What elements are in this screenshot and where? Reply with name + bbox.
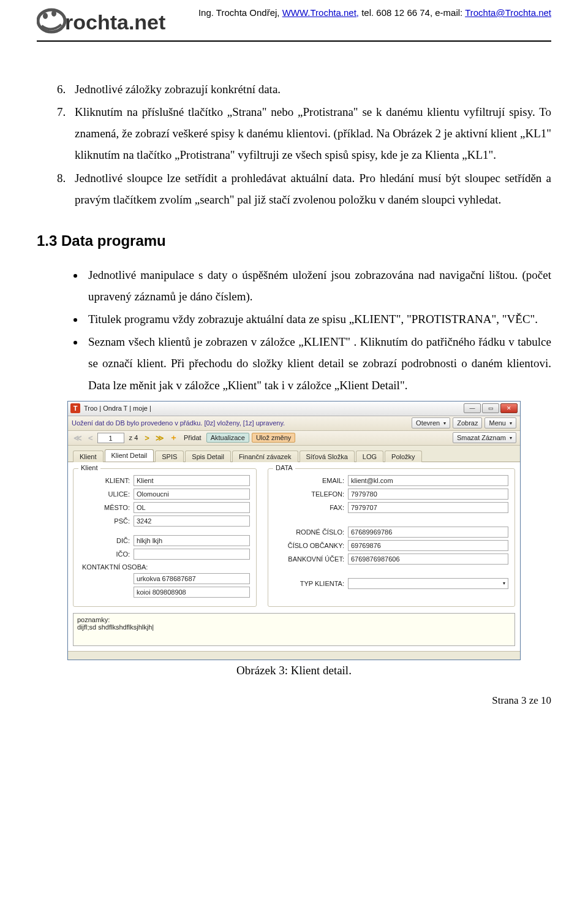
klient-label: KLIENT: — [80, 477, 134, 484]
page-header: rochta.net Ing. Trochta Ondřej, WWW.Troc… — [37, 0, 551, 42]
page-total: z 4 — [127, 434, 141, 441]
notes-label: poznamky: — [77, 616, 511, 623]
minimize-button[interactable]: — — [464, 403, 481, 413]
ulice-input[interactable]: Olomoucni — [134, 489, 250, 500]
bu-label: BANKOVNÍ ÚČET: — [274, 555, 348, 563]
tab-financni[interactable]: Finanční závazek — [232, 451, 298, 462]
kontakt-input-1[interactable]: urkokva 678687687 — [134, 573, 250, 584]
bu-input[interactable]: 6769876987606 — [348, 554, 508, 565]
fax-label: FAX: — [274, 504, 348, 511]
telefon-label: TELEFON: — [274, 490, 348, 498]
tab-spis[interactable]: SPIS — [155, 451, 184, 462]
menu-button[interactable]: Menu▾ — [484, 417, 516, 428]
notes-value: dijfl;sd shdflkshdflksjhlkjh| — [77, 623, 511, 631]
app-screenshot: T Troo | Ondra T | moje | — ▭ ✕ Uožení d… — [67, 401, 521, 660]
zobraz-button[interactable]: Zobraz — [453, 417, 482, 428]
email-input[interactable]: klient@kl.com — [348, 475, 508, 486]
list-item: Titulek programu vždy zobrazuje aktuální… — [85, 308, 551, 330]
fieldset-data: DATA EMAIL:klient@kl.com TELEFON:7979780… — [268, 468, 515, 607]
kontakt-input-2[interactable]: koioi 809808908 — [134, 587, 250, 598]
list-item: Kliknutím na příslušné tlačítko „Strana"… — [69, 101, 551, 166]
list-item: Jednotlivé manipulace s daty o úspěšném … — [85, 264, 551, 307]
klient-input[interactable]: Klient — [134, 475, 250, 486]
maximize-button[interactable]: ▭ — [482, 403, 499, 413]
dic-input[interactable]: hlkjh lkjh — [134, 535, 250, 546]
header-contact: Ing. Trochta Ondřej, WWW.Trochta.net, te… — [196, 5, 551, 18]
psc-input[interactable]: 3242 — [134, 516, 250, 527]
uloz-button[interactable]: Ulož změny — [252, 433, 295, 443]
window-titlebar: T Troo | Ondra T | moje | — ▭ ✕ — [68, 401, 520, 416]
ulice-label: ULICE: — [80, 490, 134, 498]
tab-log[interactable]: LOG — [356, 451, 383, 462]
fieldset-klient: Klient KLIENT:Klient ULICE:Olomoucni MĚS… — [73, 468, 257, 607]
page-footer: Strana 3 ze 10 — [37, 694, 551, 707]
tab-klient-detail[interactable]: Klient Detail — [105, 449, 154, 462]
mesto-label: MĚSTO: — [80, 504, 134, 511]
ico-input[interactable] — [134, 549, 250, 560]
header-email-link[interactable]: Trochta@Trochta.net — [465, 7, 551, 18]
app-icon: T — [70, 403, 80, 413]
mesto-input[interactable]: OL — [134, 502, 250, 513]
dic-label: DIČ: — [80, 537, 134, 544]
telefon-input[interactable]: 7979780 — [348, 489, 508, 500]
aktualizace-button[interactable]: Aktualizace — [206, 433, 249, 443]
smazat-button[interactable]: Smazat Záznam▾ — [453, 432, 516, 443]
bullet-list: Jednotlivé manipulace s daty o úspěšném … — [37, 264, 551, 396]
tab-strip: Klient Klient Detail SPIS Spis Detail Fi… — [68, 446, 520, 462]
list-item: Jednotlivé záložky zobrazují konkrétní d… — [69, 78, 551, 100]
list-item: Jednotlivé sloupce lze setřídit a prohle… — [69, 167, 551, 210]
pridat-button[interactable]: Přidat — [181, 434, 204, 441]
list-item: Seznam všech klientů je zobrazen v zálož… — [85, 331, 551, 395]
svg-point-2 — [51, 10, 56, 17]
fax-input[interactable]: 7979707 — [348, 502, 508, 513]
numbered-list: Jednotlivé záložky zobrazují konkrétní d… — [37, 78, 551, 210]
nav-last-icon[interactable]: ≫ — [154, 433, 166, 443]
legend-data: DATA — [273, 464, 295, 471]
co-input[interactable]: 69769876 — [348, 540, 508, 551]
logo: rochta.net — [37, 5, 196, 39]
legend-klient: Klient — [78, 464, 100, 471]
nav-bar: ≪ < 1 z 4 > ≫ ＋ Přidat Aktualizace Ulož … — [68, 431, 520, 446]
page-input[interactable]: 1 — [97, 433, 124, 443]
figure-caption: Obrázek 3: Klient detail. — [37, 664, 551, 677]
notes-textarea[interactable]: poznamky: dijfl;sd shdflkshdflksjhlkjh| — [73, 613, 515, 646]
form-area: Klient KLIENT:Klient ULICE:Olomoucni MĚS… — [68, 462, 520, 651]
rc-label: RODNÉ ČÍSLO: — [274, 528, 348, 536]
header-www-link[interactable]: WWW.Trochta.net, — [282, 7, 359, 18]
status-combo[interactable]: Otevren▾ — [412, 417, 450, 428]
tab-spis-detail[interactable]: Spis Detail — [185, 451, 231, 462]
typ-combo[interactable]: ▾ — [348, 578, 508, 589]
status-message: Uožení dat do DB bylo provedeno v přádku… — [72, 419, 409, 427]
nav-prev-icon[interactable]: < — [86, 433, 95, 443]
tab-polozky[interactable]: Položky — [385, 451, 422, 462]
ico-label: IČO: — [80, 550, 134, 558]
psc-label: PSČ: — [80, 517, 134, 525]
nav-next-icon[interactable]: > — [143, 433, 151, 443]
kontakt-label: KONTAKTNÍ OSOBA: — [82, 563, 250, 571]
typ-label: TYP KLIENTA: — [274, 580, 348, 587]
section-heading: 1.3 Data programu — [37, 232, 551, 249]
status-bar: Uožení dat do DB bylo provedeno v přádku… — [68, 416, 520, 431]
rc-input[interactable]: 67689969786 — [348, 527, 508, 538]
tab-klient[interactable]: Klient — [73, 451, 104, 462]
add-icon[interactable]: ＋ — [168, 432, 179, 443]
window-title: Troo | Ondra T | moje | — [84, 405, 464, 412]
svg-point-1 — [43, 13, 48, 19]
co-label: ČÍSLO OBČANKY: — [274, 542, 348, 549]
svg-text:rochta.net: rochta.net — [65, 10, 165, 34]
close-button[interactable]: ✕ — [500, 403, 518, 413]
nav-first-icon[interactable]: ≪ — [72, 433, 84, 443]
tab-sitova[interactable]: Síťová Složka — [300, 451, 355, 462]
email-label: EMAIL: — [274, 477, 348, 484]
